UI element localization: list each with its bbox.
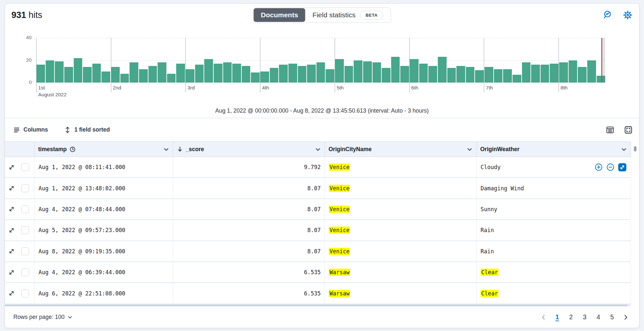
column-header-score[interactable]: _score [173,142,325,157]
histogram-bar[interactable] [270,68,279,83]
page-button-3[interactable]: 3 [578,312,591,322]
chart-settings-button[interactable] [623,10,633,20]
columns-button[interactable]: Columns [11,126,50,134]
histogram-bar[interactable] [316,62,325,83]
row-checkbox[interactable] [21,247,29,255]
originweather-column-menu-icon[interactable] [621,147,627,152]
histogram-bar[interactable] [288,64,297,83]
filter-out-value-button[interactable] [606,163,615,171]
previous-page-button[interactable] [537,313,550,322]
vertical-scrollbar-thumb[interactable] [634,146,636,151]
origincityname-column-menu-icon[interactable] [467,147,472,152]
horizontal-scrollbar[interactable] [5,304,631,307]
hits-histogram[interactable]: 1stAugust 20222nd3rd4th5th6th7th8th [36,38,605,83]
inspect-button[interactable] [603,10,613,20]
histogram-bar[interactable] [148,66,157,83]
histogram-bar[interactable] [167,74,176,83]
histogram-bar[interactable] [419,64,428,83]
histogram-bar[interactable] [391,57,400,83]
histogram-bar[interactable] [494,69,503,83]
histogram-bar[interactable] [204,59,213,83]
histogram-bar[interactable] [120,74,129,83]
histogram-bar[interactable] [279,65,288,83]
histogram-bar[interactable] [158,62,166,83]
row-checkbox[interactable] [21,226,29,234]
expand-document-button[interactable] [8,185,15,191]
page-button-4[interactable]: 4 [591,312,605,322]
row-checkbox[interactable] [21,163,29,171]
histogram-bar[interactable] [251,72,260,83]
display-options-button[interactable] [606,126,614,134]
histogram-bar[interactable] [326,69,334,83]
timestamp-column-menu-icon[interactable] [163,147,169,152]
next-page-button[interactable] [619,313,633,322]
histogram-bar[interactable] [345,66,353,83]
column-header-origincityname[interactable]: OriginCityName [325,142,477,157]
page-button-5[interactable]: 5 [605,312,619,322]
histogram-bar[interactable] [578,67,587,83]
histogram-bar[interactable] [428,66,437,83]
tab-documents[interactable]: Documents [253,8,305,22]
histogram-bar[interactable] [36,65,45,83]
page-button-1[interactable]: 1 [550,312,564,322]
histogram-bar[interactable] [92,64,101,83]
histogram-bar[interactable] [354,60,362,83]
histogram-bar[interactable] [503,69,512,83]
histogram-bar[interactable] [531,65,540,83]
histogram-bar[interactable] [363,61,372,83]
column-header-timestamp[interactable]: timestamp [35,142,173,157]
column-header-originweather[interactable]: OriginWeather [477,142,631,157]
row-checkbox[interactable] [21,184,29,192]
histogram-bar[interactable] [335,59,344,83]
histogram-bar[interactable] [382,68,391,83]
histogram-bar[interactable] [307,65,316,83]
histogram-bar[interactable] [373,62,381,83]
histogram-bar[interactable] [195,65,204,83]
histogram-bar[interactable] [176,64,185,83]
histogram-bar[interactable] [559,62,568,83]
histogram-bar[interactable] [475,70,484,83]
rows-per-page-button[interactable]: Rows per page: 100 [11,313,74,321]
histogram-bar[interactable] [587,60,596,83]
histogram-bar[interactable] [83,67,92,83]
histogram-bar[interactable] [522,62,531,83]
histogram-bar[interactable] [111,67,120,83]
histogram-bar[interactable] [55,61,64,83]
expand-document-button[interactable] [8,206,15,212]
histogram-bar[interactable] [260,71,269,83]
histogram-bar[interactable] [298,66,307,83]
expand-document-button[interactable] [8,290,15,296]
histogram-bar[interactable] [569,60,577,83]
score-column-menu-icon[interactable] [315,147,321,152]
histogram-bar[interactable] [410,59,419,83]
sort-fields-button[interactable]: 1 field sorted [62,126,112,134]
page-button-2[interactable]: 2 [564,312,578,322]
fullscreen-button[interactable] [624,126,633,134]
histogram-bar[interactable] [242,66,251,83]
histogram-bar[interactable] [400,66,409,83]
horizontal-scrollbar-thumb[interactable] [5,305,628,306]
histogram-bar[interactable] [64,67,73,83]
expand-document-button[interactable] [8,248,15,254]
histogram-bar[interactable] [550,64,559,83]
histogram-bar[interactable] [466,67,475,83]
histogram-bar[interactable] [101,71,110,83]
expand-document-button[interactable] [8,164,15,170]
expand-document-button[interactable] [8,269,15,276]
histogram-bar[interactable] [447,68,456,83]
histogram-bar[interactable] [223,62,232,83]
histogram-bar[interactable] [456,66,465,83]
histogram-bar[interactable] [484,67,493,83]
histogram-bar[interactable] [214,64,222,83]
histogram-bar[interactable] [74,58,83,83]
histogram-bar[interactable] [130,62,138,83]
expand-document-button[interactable] [8,227,15,233]
row-checkbox[interactable] [21,268,29,276]
row-checkbox[interactable] [21,205,29,213]
histogram-bar[interactable] [139,69,148,83]
histogram-bar[interactable] [513,75,521,83]
histogram-bar[interactable] [186,69,194,83]
histogram-bar[interactable] [438,57,447,83]
tab-field-statistics[interactable]: Field statistics BETA [305,8,391,22]
row-checkbox[interactable] [21,290,29,297]
